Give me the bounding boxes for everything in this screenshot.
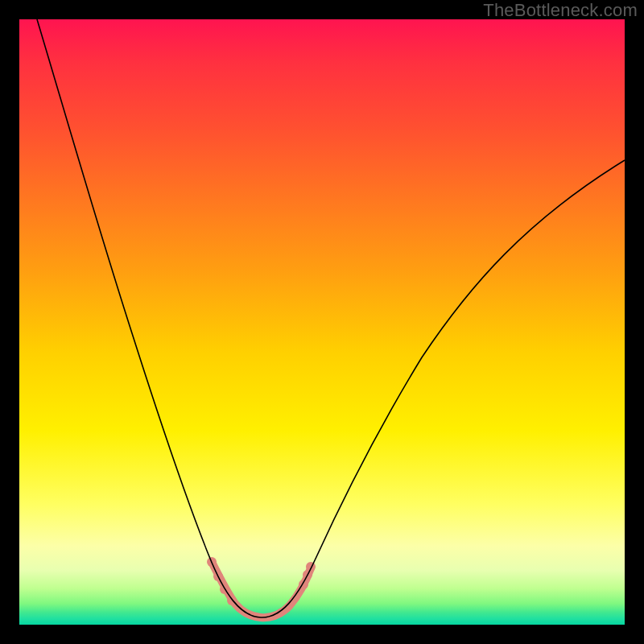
bottleneck-curve [37, 19, 625, 617]
curve-layer [19, 19, 625, 625]
plot-area [19, 19, 625, 625]
watermark-text: TheBottleneck.com [483, 0, 638, 21]
chart-frame: TheBottleneck.com [0, 0, 644, 644]
